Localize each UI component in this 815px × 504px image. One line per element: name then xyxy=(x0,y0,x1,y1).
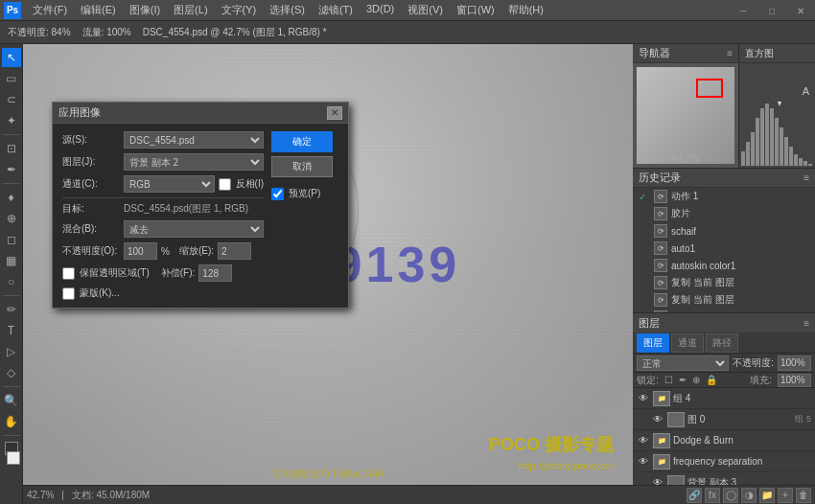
lock-transparent-icon[interactable]: ☐ xyxy=(664,375,673,385)
layer-item[interactable]: 👁 📁 组 4 xyxy=(633,388,815,409)
dialog-mask-check[interactable] xyxy=(62,287,75,300)
layers-tab-paths[interactable]: 路径 xyxy=(706,333,738,353)
menu-layer[interactable]: 图层(L) xyxy=(168,1,213,19)
top-panels: 导航器 ≡ 42.7% 直方图 A xyxy=(633,44,815,169)
dialog-preview-check[interactable] xyxy=(271,188,284,200)
layers-opacity-input[interactable] xyxy=(778,355,811,371)
history-list: ✓ ⟳ 动作 1 ⟳ 胶片 ⟳ schaif ⟳ auto1 ⟳ autoski… xyxy=(633,188,815,312)
close-button[interactable]: ✕ xyxy=(786,0,815,21)
svg-rect-7 xyxy=(775,118,779,166)
dialog-source-label: 源(S): xyxy=(62,133,120,147)
dialog-scale-input[interactable] xyxy=(218,242,251,260)
dialog-channel-select[interactable]: RGB xyxy=(124,175,215,193)
tool-select-rect[interactable]: ▭ xyxy=(2,69,21,88)
menu-select[interactable]: 选择(S) xyxy=(264,1,311,19)
menu-image[interactable]: 图像(I) xyxy=(124,1,166,19)
layers-fill-row: 锁定: ☐ ✒ ⊕ 🔒 填充: xyxy=(633,373,815,388)
layer-link-button[interactable]: 🔗 xyxy=(687,488,702,503)
dialog-ok-button[interactable]: 确定 xyxy=(271,131,333,152)
layer-item[interactable]: 👁 📁 Dodge & Burn xyxy=(633,430,815,451)
tool-crop[interactable]: ⊡ xyxy=(2,139,21,158)
menu-help[interactable]: 帮助(H) xyxy=(502,1,549,19)
dialog-source-select[interactable]: DSC_4554.psd xyxy=(124,131,264,149)
lock-brush-icon[interactable]: ✒ xyxy=(679,375,687,385)
history-menu-icon[interactable]: ≡ xyxy=(803,172,809,183)
dialog-close-button[interactable]: ✕ xyxy=(327,106,342,120)
menu-filter[interactable]: 滤镜(T) xyxy=(313,1,359,19)
dialog-source-row: 源(S): DSC_4554.psd xyxy=(62,131,264,149)
dialog-preview-text: 预览(P) xyxy=(289,187,320,200)
layer-fx-button[interactable]: fx xyxy=(705,488,720,503)
tool-stamp[interactable]: ⊕ xyxy=(2,209,21,228)
dialog-layer-select[interactable]: 背景 副本 2 xyxy=(124,153,264,171)
layer-new-button[interactable]: + xyxy=(778,488,793,503)
layer-adjustment-button[interactable]: ◑ xyxy=(741,488,757,503)
layers-menu-icon[interactable]: ≡ xyxy=(803,318,809,329)
lock-position-icon[interactable]: ⊕ xyxy=(692,375,700,385)
menu-3d[interactable]: 3D(D) xyxy=(361,1,400,19)
dialog-invert-check[interactable] xyxy=(219,178,231,191)
tool-eyedropper[interactable]: ✒ xyxy=(2,160,21,179)
window-controls: ─ □ ✕ xyxy=(729,0,815,21)
layers-tab-channels[interactable]: 通道 xyxy=(671,333,704,353)
layer-delete-button[interactable]: 🗑 xyxy=(796,488,811,503)
dialog-opacity-input[interactable] xyxy=(124,242,157,260)
menu-edit[interactable]: 编辑(E) xyxy=(75,1,122,19)
layer-item[interactable]: 👁 📁 frequency separation xyxy=(633,451,815,472)
history-item[interactable]: ⟳ schaif xyxy=(633,222,815,240)
history-item[interactable]: ⟳ 复制 当前 图层 xyxy=(633,291,815,309)
dialog-offset-input[interactable] xyxy=(198,264,232,282)
maximize-button[interactable]: □ xyxy=(757,0,786,21)
tool-move[interactable]: ↖ xyxy=(2,48,21,67)
apply-image-dialog[interactable]: 应用图像 ✕ 源(S): DSC_4554.psd xyxy=(52,102,349,309)
navigator-title: 导航器 xyxy=(639,46,670,60)
dialog-cancel-button[interactable]: 取消 xyxy=(271,156,333,177)
layer-eye-1[interactable]: 👁 xyxy=(651,413,664,426)
tool-magic-wand[interactable]: ✦ xyxy=(2,111,21,130)
dialog-preserve-check[interactable] xyxy=(62,267,75,280)
tool-text[interactable]: T xyxy=(2,321,21,340)
menu-file[interactable]: 文件(F) xyxy=(27,1,73,19)
menu-text[interactable]: 文字(Y) xyxy=(216,1,263,19)
layer-eye-3[interactable]: 👁 xyxy=(637,455,650,469)
layer-eye-0[interactable]: 👁 xyxy=(637,392,650,405)
tool-background-color[interactable] xyxy=(7,451,20,465)
navigator-panel: 导航器 ≡ 42.7% xyxy=(633,44,738,168)
tool-zoom[interactable]: 🔍 xyxy=(2,391,21,410)
tool-brush[interactable]: ♦ xyxy=(2,188,21,207)
layer-item[interactable]: 👁 背景 副本 3 xyxy=(633,472,815,485)
tool-hand[interactable]: ✋ xyxy=(2,412,21,431)
layer-item[interactable]: 👁 图 0 组 5 xyxy=(633,409,815,430)
watermark-poco2: http://photo.poco.cn/ xyxy=(518,460,614,471)
canvas-area[interactable]: DSC_4554.psd @ 42.7% (图层 1, RGB/8) * 629… xyxy=(23,44,633,504)
history-item[interactable]: ⟳ autoskin color1 xyxy=(633,257,815,274)
layers-fill-input[interactable] xyxy=(778,374,811,387)
layer-eye-4[interactable]: 👁 xyxy=(651,476,664,486)
history-item-icon-1: ⟳ xyxy=(654,207,667,220)
dialog-offset-label: 补偿(F): xyxy=(161,266,196,280)
history-item[interactable]: ⟳ auto1 xyxy=(633,240,815,257)
layers-blend-mode[interactable]: 正常 不透明度 xyxy=(637,355,729,371)
tool-shape[interactable]: ◇ xyxy=(2,363,21,382)
tool-lasso[interactable]: ⊂ xyxy=(2,90,21,109)
right-panels: 导航器 ≡ 42.7% 直方图 A xyxy=(633,44,815,504)
tool-gradient[interactable]: ▦ xyxy=(2,251,21,270)
dialog-blending-select[interactable]: 减去 xyxy=(124,220,264,238)
history-item[interactable]: ⟳ 复制 当前 图层 xyxy=(633,274,815,291)
layer-eye-2[interactable]: 👁 xyxy=(637,434,650,447)
menu-view[interactable]: 视图(V) xyxy=(402,1,449,19)
layer-mask-button[interactable]: ◯ xyxy=(723,488,738,503)
tool-path-select[interactable]: ▷ xyxy=(2,342,21,361)
lock-all-icon[interactable]: 🔒 xyxy=(706,375,717,385)
navigator-menu-icon[interactable]: ≡ xyxy=(727,48,733,58)
tool-dodge[interactable]: ○ xyxy=(2,272,21,291)
tool-eraser[interactable]: ◻ xyxy=(2,230,21,249)
tool-pen[interactable]: ✏ xyxy=(2,300,21,319)
history-item-label-1: 胶片 xyxy=(671,207,690,220)
layers-tab-layers[interactable]: 图层 xyxy=(637,333,669,353)
history-item[interactable]: ✓ ⟳ 动作 1 xyxy=(633,188,815,205)
menu-window[interactable]: 窗口(W) xyxy=(451,1,501,19)
layer-group-button[interactable]: 📁 xyxy=(759,488,775,503)
history-item[interactable]: ⟳ 胶片 xyxy=(633,205,815,222)
minimize-button[interactable]: ─ xyxy=(729,0,757,21)
